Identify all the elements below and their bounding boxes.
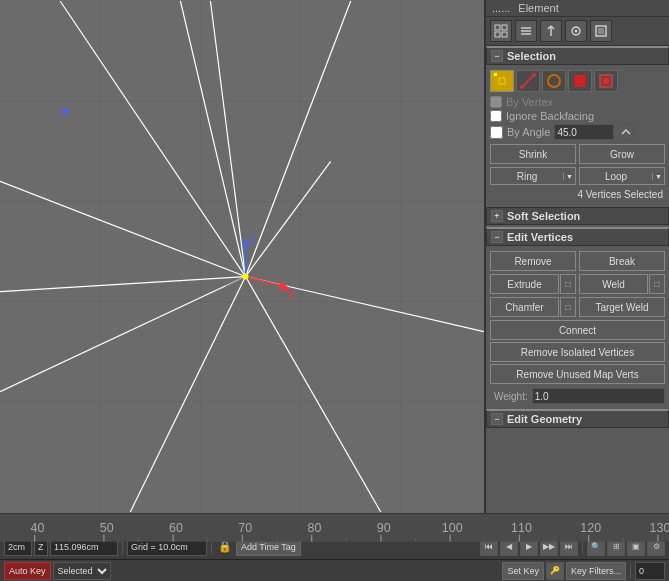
weld-settings-btn[interactable]: □ <box>649 274 665 294</box>
chamfer-group: Chamfer □ <box>490 297 576 317</box>
chamfer-button[interactable]: Chamfer <box>490 297 559 317</box>
ignore-backfacing-checkbox[interactable] <box>490 110 502 122</box>
polygon-icon[interactable] <box>568 70 592 92</box>
viewport[interactable]: Z X <box>0 0 486 513</box>
angle-spinner[interactable] <box>618 124 634 140</box>
ring-loop-row: Ring ▼ Loop ▼ <box>490 167 665 185</box>
break-button[interactable]: Break <box>579 251 665 271</box>
svg-text:90: 90 <box>377 521 391 535</box>
chamfer-settings-btn[interactable]: □ <box>560 297 576 317</box>
selection-icons-row <box>490 70 665 92</box>
by-vertex-row: By Vertex <box>490 96 665 108</box>
weight-label: Weight: <box>494 391 528 402</box>
by-vertex-checkbox <box>490 96 502 108</box>
toolbar-btn-3[interactable] <box>540 20 562 42</box>
by-angle-checkbox[interactable] <box>490 126 503 139</box>
toolbar-btn-1[interactable] <box>490 20 512 42</box>
axis-label: Z <box>38 542 44 552</box>
coord-value: 115.096cm <box>54 542 99 552</box>
set-key-button[interactable]: Set Key <box>502 562 544 580</box>
weld-group: Weld □ <box>579 274 665 294</box>
selection-section-header[interactable]: − Selection <box>486 46 669 65</box>
svg-point-45 <box>548 75 560 87</box>
remove-isolated-button[interactable]: Remove Isolated Vertices <box>490 342 665 362</box>
ring-dropdown[interactable]: Ring ▼ <box>490 167 576 185</box>
svg-text:100: 100 <box>442 521 463 535</box>
ignore-backfacing-label: Ignore Backfacing <box>506 110 594 122</box>
chamfer-targetweld-row: Chamfer □ Target Weld <box>490 297 665 317</box>
weight-input[interactable] <box>532 388 665 404</box>
coord-label-1: 2cm <box>8 542 25 552</box>
toolbar-btn-4[interactable] <box>565 20 587 42</box>
svg-rect-31 <box>495 32 500 37</box>
svg-text:X: X <box>288 289 296 301</box>
svg-point-48 <box>603 78 609 84</box>
edit-vertices-collapse-btn[interactable]: − <box>491 231 503 243</box>
svg-text:50: 50 <box>100 521 114 535</box>
angle-input[interactable] <box>554 124 614 140</box>
edge-icon[interactable] <box>516 70 540 92</box>
ring-label: Ring <box>491 171 563 182</box>
selection-title: Selection <box>507 50 556 62</box>
svg-rect-39 <box>598 28 604 34</box>
svg-text:130: 130 <box>650 521 669 535</box>
key-filters-button[interactable]: Key Filters... <box>566 562 626 580</box>
remove-unused-button[interactable]: Remove Unused Map Verts <box>490 364 665 384</box>
svg-point-37 <box>575 30 578 33</box>
svg-rect-41 <box>494 73 497 76</box>
soft-selection-title: Soft Selection <box>507 210 580 222</box>
svg-rect-40 <box>499 78 505 84</box>
vertex-icon[interactable] <box>490 70 514 92</box>
edit-vertices-header[interactable]: − Edit Vertices <box>486 227 669 246</box>
grow-button[interactable]: Grow <box>579 144 665 164</box>
auto-key-button[interactable]: Auto Key <box>4 562 51 580</box>
by-angle-label: By Angle <box>507 126 550 138</box>
svg-text:60: 60 <box>169 521 183 535</box>
loop-arrow[interactable]: ▼ <box>652 173 664 180</box>
soft-selection-expand-btn[interactable]: + <box>491 210 503 222</box>
by-angle-row: By Angle <box>490 124 665 140</box>
ruler-bar: 40 50 60 70 80 90 100 110 120 130 <box>0 513 669 533</box>
edit-vertices-title: Edit Vertices <box>507 231 573 243</box>
border-icon[interactable] <box>542 70 566 92</box>
weld-button[interactable]: Weld <box>579 274 648 294</box>
ring-arrow[interactable]: ▼ <box>563 173 575 180</box>
svg-rect-46 <box>574 75 586 87</box>
svg-point-44 <box>532 73 536 77</box>
toolbar-btn-5[interactable] <box>590 20 612 42</box>
edit-geometry-title: Edit Geometry <box>507 413 582 425</box>
edit-geometry-collapse-btn[interactable]: − <box>491 413 503 425</box>
toolbar-btn-2[interactable] <box>515 20 537 42</box>
target-weld-button[interactable]: Target Weld <box>579 297 665 317</box>
connect-button[interactable]: Connect <box>490 320 665 340</box>
svg-text:70: 70 <box>238 521 252 535</box>
key-icon[interactable]: 🔑 <box>546 562 564 580</box>
element-label: Element <box>518 2 558 14</box>
svg-rect-29 <box>495 25 500 30</box>
edit-vertices-content: Remove Break Extrude □ Weld □ <box>486 248 669 409</box>
targetweld-group: Target Weld <box>579 297 665 317</box>
ignore-backfacing-row[interactable]: Ignore Backfacing <box>490 110 665 122</box>
element-icon[interactable] <box>594 70 618 92</box>
svg-point-27 <box>243 274 249 280</box>
frame-field[interactable]: 0 <box>635 562 665 580</box>
panel-toolbar <box>486 17 669 46</box>
remove-button[interactable]: Remove <box>490 251 576 271</box>
frame-value: 0 <box>639 566 644 576</box>
loop-dropdown[interactable]: Loop ▼ <box>579 167 665 185</box>
svg-point-43 <box>520 85 524 89</box>
remove-break-row: Remove Break <box>490 251 665 271</box>
selection-collapse-btn[interactable]: − <box>491 50 503 62</box>
edit-geometry-header[interactable]: − Edit Geometry <box>486 409 669 428</box>
selected-dropdown[interactable]: Selected <box>53 562 111 580</box>
selection-content: By Vertex Ignore Backfacing By Angle <box>486 67 669 207</box>
weight-row: Weight: <box>490 386 665 406</box>
svg-text:120: 120 <box>580 521 601 535</box>
svg-point-28 <box>62 108 68 114</box>
extrude-weld-row: Extrude □ Weld □ <box>490 274 665 294</box>
extrude-button[interactable]: Extrude <box>490 274 559 294</box>
shrink-button[interactable]: Shrink <box>490 144 576 164</box>
extrude-settings-btn[interactable]: □ <box>560 274 576 294</box>
soft-selection-header[interactable]: + Soft Selection <box>486 207 669 225</box>
svg-rect-0 <box>0 1 484 512</box>
